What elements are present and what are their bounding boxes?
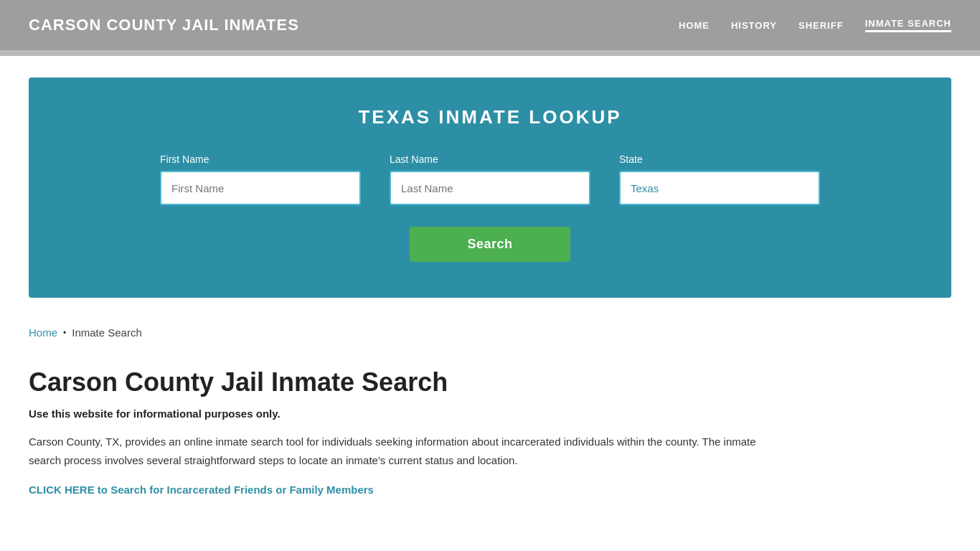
page-title: Carson County Jail Inmate Search	[29, 367, 951, 397]
state-input[interactable]	[619, 171, 820, 205]
main-nav: HOME HISTORY SHERIFF INMATE SEARCH	[679, 18, 951, 32]
nav-history[interactable]: HISTORY	[731, 20, 777, 31]
search-btn-row: Search	[72, 227, 908, 262]
state-group: State	[619, 154, 820, 205]
search-panel: TEXAS INMATE LOOKUP First Name Last Name…	[29, 77, 951, 298]
click-here-link[interactable]: CLICK HERE to Search for Incarcerated Fr…	[29, 484, 374, 496]
last-name-input[interactable]	[390, 171, 590, 205]
site-title: CARSON COUNTY JAIL INMATES	[29, 16, 299, 34]
nav-home[interactable]: HOME	[679, 20, 710, 31]
nav-inmate-search[interactable]: INMATE SEARCH	[865, 18, 951, 32]
last-name-group: Last Name	[390, 154, 590, 205]
first-name-input[interactable]	[160, 171, 361, 205]
main-content: TEXAS INMATE LOOKUP First Name Last Name…	[0, 56, 980, 518]
breadcrumb: Home • Inmate Search	[29, 326, 951, 339]
header-bottom-border	[0, 50, 980, 56]
state-label: State	[619, 154, 820, 165]
info-bold-text: Use this website for informational purpo…	[29, 408, 951, 420]
first-name-label: First Name	[160, 154, 361, 165]
info-paragraph: Carson County, TX, provides an online in…	[29, 433, 782, 469]
search-button[interactable]: Search	[410, 227, 570, 262]
last-name-label: Last Name	[390, 154, 590, 165]
site-header: CARSON COUNTY JAIL INMATES HOME HISTORY …	[0, 0, 980, 50]
search-fields: First Name Last Name State	[72, 154, 908, 205]
search-panel-title: TEXAS INMATE LOOKUP	[72, 106, 908, 128]
nav-sheriff[interactable]: SHERIFF	[798, 20, 844, 31]
first-name-group: First Name	[160, 154, 361, 205]
breadcrumb-home-link[interactable]: Home	[29, 326, 57, 339]
breadcrumb-current: Inmate Search	[72, 326, 142, 339]
breadcrumb-separator: •	[63, 328, 66, 338]
